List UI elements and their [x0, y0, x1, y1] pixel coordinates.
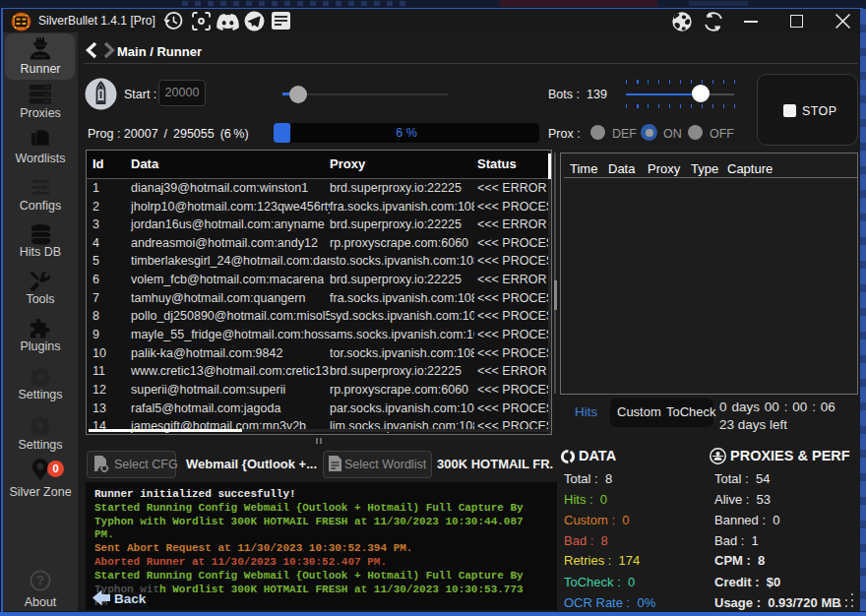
- svg-text:Back: Back: [114, 591, 147, 606]
- svg-text:?: ?: [36, 573, 44, 587]
